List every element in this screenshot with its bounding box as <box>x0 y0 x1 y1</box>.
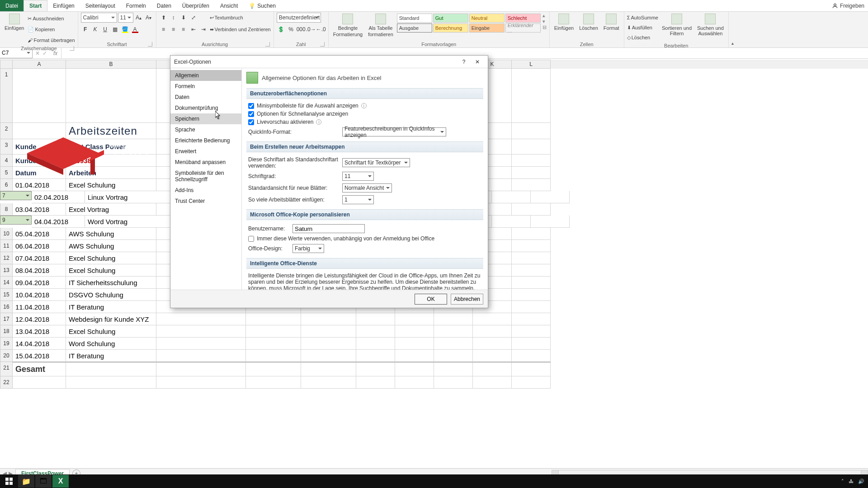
cell-style-item[interactable]: Standard <box>397 14 432 23</box>
cell[interactable] <box>301 313 356 325</box>
cell-style-item[interactable]: Neutral <box>469 14 505 23</box>
options-category-item[interactable]: Symbolleiste für den Schnellzugriff <box>170 168 241 185</box>
cell[interactable]: First Class Power <box>66 139 156 155</box>
italic-button[interactable]: K <box>91 25 100 34</box>
grow-font-button[interactable]: A▴ <box>134 13 143 22</box>
name-box[interactable]: C7 <box>0 48 33 58</box>
cb-lp-label[interactable]: Livevorschau aktivieren <box>257 119 313 125</box>
cell[interactable] <box>512 228 551 240</box>
cell[interactable] <box>13 123 66 139</box>
col-L[interactable]: L <box>512 60 551 69</box>
cell[interactable] <box>156 350 246 362</box>
cell[interactable] <box>434 325 473 338</box>
cb-minibar[interactable] <box>248 103 254 109</box>
help-button[interactable]: ? <box>457 57 471 67</box>
col-B[interactable]: B <box>66 60 156 69</box>
cell[interactable] <box>473 313 512 325</box>
cell[interactable]: 08.04.2018 <box>13 264 66 277</box>
cell[interactable] <box>395 350 434 362</box>
cell[interactable] <box>246 313 301 325</box>
tab-layout[interactable]: Seitenlayout <box>80 0 121 11</box>
underline-button[interactable]: U <box>101 25 110 34</box>
share-button[interactable]: Freigeben <box>832 0 864 11</box>
cell[interactable]: Excel Schulung <box>66 252 156 264</box>
cell[interactable]: 10.04.2018 <box>13 289 66 301</box>
options-category-item[interactable]: Dokumentprüfung <box>170 103 241 113</box>
cell[interactable]: IT Sicherheitsschulung <box>66 277 156 289</box>
cell-style-item[interactable]: Schlecht <box>505 14 541 23</box>
bold-button[interactable]: F <box>81 25 90 34</box>
cell[interactable] <box>156 313 246 325</box>
gallery-more-icon[interactable]: ⊟ <box>542 24 547 30</box>
cell[interactable]: 07.04.2018 <box>13 252 66 264</box>
cell[interactable]: Kundennummer <box>13 155 66 167</box>
cell[interactable]: 12.04.2018 <box>13 313 66 325</box>
align-left-button[interactable]: ≡ <box>159 25 168 34</box>
align-top-button[interactable]: ⬆ <box>159 13 168 22</box>
cell[interactable] <box>473 338 512 350</box>
cell[interactable]: 11.04.2018 <box>13 301 66 313</box>
cell[interactable] <box>473 376 512 389</box>
options-category-item[interactable]: Daten <box>170 92 241 103</box>
currency-button[interactable]: 💲 <box>277 25 286 34</box>
delete-cells-button[interactable]: Löschen <box>577 13 600 32</box>
options-category-item[interactable]: Formeln <box>170 81 241 92</box>
cell-style-item[interactable]: Gut <box>433 14 468 23</box>
tab-data[interactable]: Daten <box>151 0 177 11</box>
cell[interactable]: Linux Vortrag <box>85 191 175 203</box>
cb-qa-label[interactable]: Optionen für Schnellanalyse anzeigen <box>257 111 348 117</box>
wrap-button[interactable]: ↩ Textumbruch <box>210 13 271 23</box>
cell[interactable] <box>356 325 395 338</box>
cell[interactable] <box>301 325 356 338</box>
cell[interactable] <box>512 240 551 252</box>
cell[interactable]: 02.04.2018 <box>32 191 85 203</box>
dialog-titlebar[interactable]: Excel-Optionen ? ✕ <box>170 56 488 68</box>
launcher-icon[interactable] <box>265 42 270 47</box>
cell[interactable] <box>492 216 531 228</box>
cell[interactable] <box>473 350 512 362</box>
cell[interactable] <box>395 313 434 325</box>
cell-style-item[interactable]: Eingabe <box>469 23 505 33</box>
cell[interactable]: 14.04.2018 <box>13 338 66 350</box>
cell[interactable] <box>512 179 551 191</box>
cell[interactable] <box>531 191 570 203</box>
thousands-button[interactable]: 000 <box>297 25 306 34</box>
cell[interactable] <box>512 139 551 155</box>
options-category-item[interactable]: Add-Ins <box>170 185 241 196</box>
sort-filter-button[interactable]: Sortieren und Filtern <box>660 13 693 37</box>
cell[interactable] <box>356 313 395 325</box>
cell[interactable] <box>301 338 356 350</box>
cb-always-label[interactable]: Immer diese Werte verwenden, unabhängig … <box>257 235 434 242</box>
options-category-item[interactable]: Allgemein <box>170 70 241 81</box>
number-format-combo[interactable]: Benutzerdefiniert <box>277 13 321 23</box>
fill-button[interactable]: ⬇ Ausfüllen <box>627 23 658 33</box>
tab-formulas[interactable]: Formeln <box>121 0 151 11</box>
cell[interactable] <box>395 325 434 338</box>
cell[interactable]: Datum <box>13 167 66 179</box>
tab-start[interactable]: Start <box>24 0 47 11</box>
default-font-select[interactable]: Schriftart für Textkörper <box>342 158 410 167</box>
percent-button[interactable]: % <box>287 25 296 34</box>
cell[interactable] <box>512 167 551 179</box>
autosum-button[interactable]: Σ AutoSumme <box>627 13 658 23</box>
cell-styles-gallery[interactable]: StandardGutNeutralSchlechtAusgabeBerechn… <box>397 13 541 33</box>
cell[interactable]: Excel Schulung <box>66 264 156 277</box>
tray-sound-icon[interactable]: 🔊 <box>858 479 864 484</box>
merge-button[interactable]: ⬌ Verbinden und Zentrieren <box>210 24 271 34</box>
cell[interactable]: Excel Schulung <box>66 325 156 338</box>
options-category-item[interactable]: Speichern <box>170 113 241 124</box>
cb-quickanalysis[interactable] <box>248 111 254 117</box>
cell-style-item[interactable]: Erklärender … <box>505 23 541 33</box>
cell[interactable] <box>512 338 551 350</box>
paste-button[interactable]: Einfügen <box>3 13 26 32</box>
cell[interactable] <box>531 216 570 228</box>
cell[interactable] <box>434 362 473 376</box>
taskbar-explorer[interactable]: 📁 <box>18 475 34 488</box>
cell[interactable] <box>356 338 395 350</box>
gallery-down-icon[interactable]: ▾ <box>542 19 547 24</box>
cell[interactable] <box>246 376 301 389</box>
options-category-item[interactable]: Menüband anpassen <box>170 157 241 168</box>
username-input[interactable] <box>292 224 365 233</box>
cell[interactable] <box>434 338 473 350</box>
cell[interactable] <box>395 338 434 350</box>
